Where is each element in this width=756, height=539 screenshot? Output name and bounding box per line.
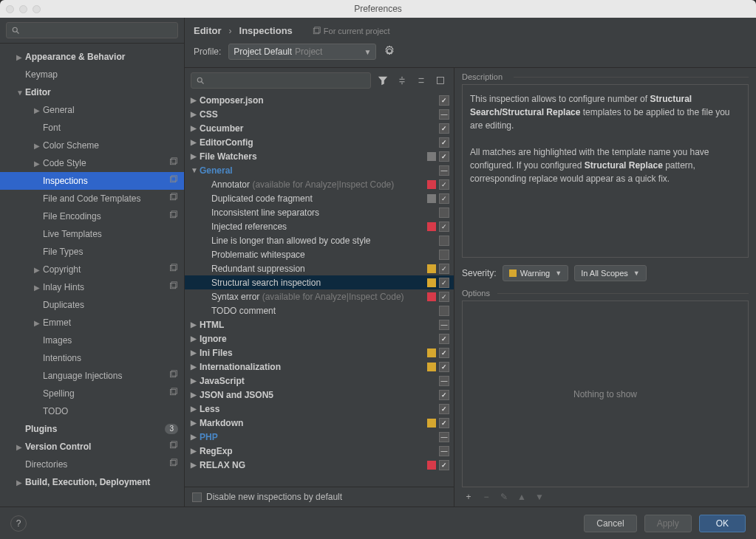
- sidebar-item-color-scheme[interactable]: ▶Color Scheme: [0, 137, 184, 154]
- inspection-category-less[interactable]: ▶Less: [185, 402, 454, 416]
- inspection-checkbox[interactable]: [439, 165, 449, 176]
- sidebar-item-version-control[interactable]: ▶Version Control: [0, 438, 184, 456]
- inspection-checkbox[interactable]: [439, 320, 449, 330]
- inspection-checkbox[interactable]: [439, 236, 449, 246]
- remove-icon[interactable]: −: [481, 492, 491, 502]
- reset-icon[interactable]: [433, 73, 448, 88]
- sidebar-search-input[interactable]: [23, 26, 173, 35]
- inspection-checkbox[interactable]: [439, 151, 449, 162]
- inspection-category-ini-files[interactable]: ▶Ini Files: [185, 346, 454, 360]
- edit-icon[interactable]: ✎: [499, 492, 509, 502]
- inspection-category-html[interactable]: ▶HTML: [185, 317, 454, 332]
- scope-dropdown[interactable]: In All Scopes ▼: [574, 265, 647, 281]
- inspections-search[interactable]: [191, 72, 371, 89]
- inspection-category-editorconfig[interactable]: ▶EditorConfig: [185, 135, 454, 149]
- inspection-checkbox[interactable]: [439, 432, 449, 442]
- inspection-category-ignore[interactable]: ▶Ignore: [185, 332, 454, 346]
- inspection-checkbox[interactable]: [439, 362, 449, 372]
- inspection-checkbox[interactable]: [439, 207, 449, 218]
- sidebar-item-font[interactable]: Font: [0, 119, 184, 137]
- sidebar-item-inspections[interactable]: Inspections: [0, 172, 184, 190]
- inspection-category-composer-json[interactable]: ▶Composer.json: [185, 93, 454, 107]
- sidebar-item-todo[interactable]: TODO: [0, 402, 184, 420]
- inspection-category-cucumber[interactable]: ▶Cucumber: [185, 121, 454, 135]
- inspection-checkbox[interactable]: [439, 95, 449, 106]
- up-icon[interactable]: ▲: [517, 492, 527, 502]
- sidebar-item-inlay-hints[interactable]: ▶Inlay Hints: [0, 278, 184, 296]
- profile-gear-icon[interactable]: [384, 45, 395, 59]
- inspection-checkbox[interactable]: [439, 292, 449, 302]
- severity-dropdown[interactable]: Warning ▼: [503, 265, 568, 281]
- help-button[interactable]: ?: [10, 515, 27, 532]
- cancel-button[interactable]: Cancel: [584, 515, 636, 532]
- sidebar-item-copyright[interactable]: ▶Copyright: [0, 261, 184, 278]
- inspection-item-duplicated-code-fragment[interactable]: Duplicated code fragment: [185, 191, 454, 205]
- inspection-checkbox[interactable]: [439, 193, 449, 204]
- inspection-item-problematic-whitespace[interactable]: Problematic whitespace: [185, 247, 454, 261]
- inspection-category-json-and-json5[interactable]: ▶JSON and JSON5: [185, 388, 454, 402]
- sidebar-item-emmet[interactable]: ▶Emmet: [0, 314, 184, 332]
- inspection-checkbox[interactable]: [439, 334, 449, 344]
- inspection-item-line-is-longer-than-allowed-by-code-style[interactable]: Line is longer than allowed by code styl…: [185, 233, 454, 247]
- inspection-item-inconsistent-line-separators[interactable]: Inconsistent line separators: [185, 205, 454, 219]
- inspection-checkbox[interactable]: [439, 278, 449, 288]
- inspection-checkbox[interactable]: [439, 264, 449, 274]
- sidebar-item-appearance-behavior[interactable]: ▶Appearance & Behavior: [0, 48, 184, 66]
- collapse-all-icon[interactable]: [414, 73, 429, 88]
- inspection-checkbox[interactable]: [439, 137, 449, 148]
- breadcrumb-0[interactable]: Editor: [194, 25, 222, 36]
- sidebar-item-file-and-code-templates[interactable]: File and Code Templates: [0, 190, 184, 207]
- inspection-category-css[interactable]: ▶CSS: [185, 107, 454, 121]
- inspection-checkbox[interactable]: [439, 109, 449, 120]
- inspection-category-general[interactable]: ▼General: [185, 163, 454, 177]
- sidebar-item-build-execution-deployment[interactable]: ▶Build, Execution, Deployment: [0, 473, 184, 491]
- add-icon[interactable]: +: [463, 492, 474, 502]
- inspection-checkbox[interactable]: [439, 446, 449, 456]
- inspection-category-markdown[interactable]: ▶Markdown: [185, 416, 454, 430]
- ok-button[interactable]: OK: [699, 515, 746, 532]
- inspection-category-file-watchers[interactable]: ▶File Watchers: [185, 149, 454, 163]
- down-icon[interactable]: ▼: [534, 492, 545, 502]
- inspection-item-structural-search-inspection[interactable]: Structural search inspection: [185, 275, 454, 289]
- sidebar-item-duplicates[interactable]: Duplicates: [0, 296, 184, 314]
- inspection-category-regexp[interactable]: ▶RegExp: [185, 444, 454, 458]
- inspection-checkbox[interactable]: [439, 376, 449, 386]
- inspection-category-javascript[interactable]: ▶JavaScript: [185, 374, 454, 388]
- inspection-checkbox[interactable]: [439, 390, 449, 400]
- inspection-checkbox[interactable]: [439, 306, 449, 316]
- expand-all-icon[interactable]: [395, 73, 409, 88]
- inspection-checkbox[interactable]: [439, 179, 449, 190]
- sidebar-item-plugins[interactable]: Plugins3: [0, 420, 184, 438]
- apply-button[interactable]: Apply: [644, 515, 692, 532]
- sidebar-item-images[interactable]: Images: [0, 332, 184, 349]
- inspection-item-todo-comment[interactable]: TODO comment: [185, 303, 454, 317]
- sidebar-item-keymap[interactable]: Keymap: [0, 66, 184, 83]
- sidebar-item-editor[interactable]: ▼Editor: [0, 83, 184, 101]
- profile-dropdown[interactable]: Project Default Project ▼: [228, 44, 376, 60]
- inspection-checkbox[interactable]: [439, 404, 449, 414]
- sidebar-item-spelling[interactable]: Spelling: [0, 385, 184, 402]
- sidebar-item-language-injections[interactable]: Language Injections: [0, 367, 184, 385]
- inspection-category-internationalization[interactable]: ▶Internationalization: [185, 360, 454, 374]
- inspection-checkbox[interactable]: [439, 348, 449, 358]
- sidebar-item-general[interactable]: ▶General: [0, 101, 184, 119]
- inspection-item-redundant-suppression[interactable]: Redundant suppression: [185, 261, 454, 275]
- inspection-item-syntax-error[interactable]: Syntax error (available for Analyze|Insp…: [185, 289, 454, 303]
- inspection-item-annotator[interactable]: Annotator (available for Analyze|Inspect…: [185, 177, 454, 191]
- sidebar-item-intentions[interactable]: Intentions: [0, 349, 184, 367]
- inspections-search-input[interactable]: [208, 76, 366, 85]
- inspection-item-injected-references[interactable]: Injected references: [185, 219, 454, 233]
- sidebar-item-live-templates[interactable]: Live Templates: [0, 225, 184, 243]
- sidebar-search[interactable]: [6, 22, 178, 38]
- inspection-category-php[interactable]: ▶PHP: [185, 430, 454, 444]
- inspection-checkbox[interactable]: [439, 222, 449, 232]
- inspection-checkbox[interactable]: [439, 250, 449, 260]
- inspection-checkbox[interactable]: [439, 460, 449, 470]
- sidebar-item-file-encodings[interactable]: File Encodings: [0, 207, 184, 225]
- sidebar-item-directories[interactable]: Directories: [0, 456, 184, 473]
- inspection-checkbox[interactable]: [439, 123, 449, 134]
- sidebar-item-code-style[interactable]: ▶Code Style: [0, 154, 184, 172]
- inspection-category-relax-ng[interactable]: ▶RELAX NG: [185, 458, 454, 472]
- disable-new-checkbox[interactable]: [192, 492, 202, 502]
- sidebar-item-file-types[interactable]: File Types: [0, 243, 184, 261]
